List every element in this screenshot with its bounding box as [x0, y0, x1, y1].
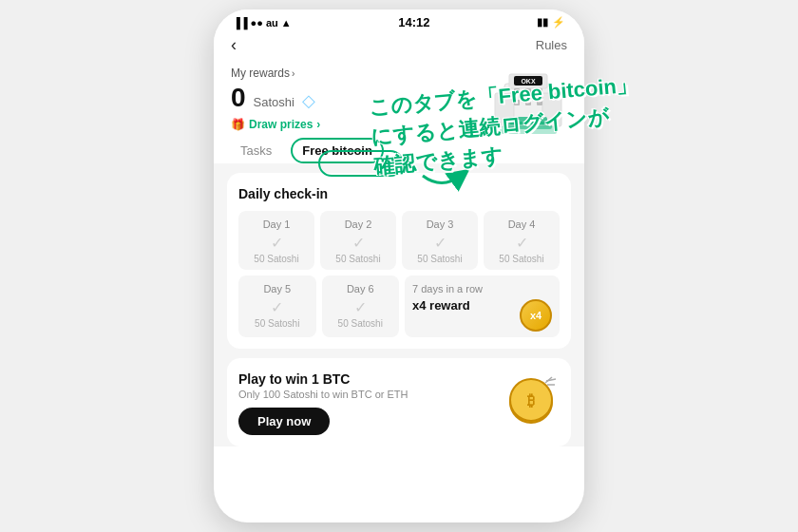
- day-4-label: Day 4: [487, 218, 556, 230]
- battery-icon: ▮▮: [537, 16, 548, 28]
- svg-text:₿: ₿: [527, 392, 535, 408]
- day-1-satoshi: 50 Satoshi: [242, 254, 311, 264]
- satoshi-unit: Satoshi: [254, 95, 294, 109]
- x4-coin-badge: x4: [520, 299, 552, 332]
- play-to-win-title: Play to win 1 BTC: [238, 371, 408, 387]
- day-2-cell: Day 2 ✓ 50 Satoshi: [320, 211, 396, 270]
- battery-area: ▮▮ ⚡: [537, 16, 565, 28]
- day-7-reward-cell: 7 days in a row x4 reward x4: [405, 276, 560, 337]
- main-content: Daily check-in Day 1 ✓ 50 Satoshi Day 2 …: [214, 163, 584, 446]
- my-rewards-arrow: ›: [292, 68, 294, 79]
- play-to-win-info: Play to win 1 BTC Only 100 Satoshi to wi…: [238, 371, 408, 435]
- draw-prizes-link[interactable]: 🎁 Draw prizes ›: [231, 118, 320, 131]
- day-4-cell: Day 4 ✓ 50 Satoshi: [484, 211, 560, 270]
- day-5-satoshi: 50 Satoshi: [242, 318, 313, 329]
- day-6-satoshi: 50 Satoshi: [326, 318, 396, 329]
- play-now-button[interactable]: Play now: [238, 408, 330, 435]
- nav-bar: ‹ Rules: [214, 31, 584, 61]
- play-to-win-subtitle: Only 100 Satoshi to win BTC or ETH: [238, 389, 408, 400]
- signal-icon: ▐▐: [233, 17, 248, 28]
- signal-area: ▐▐ ●● au ▲: [233, 17, 292, 28]
- days-grid-row2: Day 5 ✓ 50 Satoshi Day 6 ✓ 50 Satoshi 7 …: [238, 276, 560, 337]
- day-6-check: ✓: [326, 298, 396, 316]
- day-3-satoshi: 50 Satoshi: [406, 254, 474, 264]
- time-display: 14:12: [398, 15, 429, 29]
- day-2-check: ✓: [324, 234, 392, 252]
- day-1-label: Day 1: [242, 218, 311, 230]
- day-5-check: ✓: [242, 298, 313, 316]
- daily-checkin-title: Daily check-in: [238, 186, 560, 201]
- days-grid-row1: Day 1 ✓ 50 Satoshi Day 2 ✓ 50 Satoshi Da…: [238, 211, 560, 270]
- day-5-label: Day 5: [242, 283, 313, 294]
- day-4-check: ✓: [487, 234, 556, 252]
- day-3-check: ✓: [406, 234, 474, 252]
- day-6-cell: Day 6 ✓ 50 Satoshi: [322, 276, 400, 337]
- day-1-check: ✓: [242, 234, 311, 252]
- day-1-cell: Day 1 ✓ 50 Satoshi: [238, 211, 314, 270]
- wifi-icon: ▲: [281, 17, 292, 28]
- play-to-win-card: Play to win 1 BTC Only 100 Satoshi to wi…: [227, 358, 571, 446]
- day-4-satoshi: 50 Satoshi: [487, 254, 556, 264]
- back-button[interactable]: ‹: [231, 35, 237, 55]
- carrier-label: ●● au: [251, 17, 278, 28]
- daily-checkin-card: Daily check-in Day 1 ✓ 50 Satoshi Day 2 …: [227, 173, 571, 349]
- day-6-label: Day 6: [326, 283, 396, 294]
- svg-line-19: [546, 379, 556, 381]
- reward-x4-label: x4 reward: [412, 298, 470, 313]
- gift-icon: 🎁: [231, 118, 245, 131]
- reward-line1: 7 days in a row: [412, 283, 483, 294]
- tab-free-bitcoin[interactable]: Free bitcoin: [291, 138, 384, 163]
- day-5-cell: Day 5 ✓ 50 Satoshi: [238, 276, 316, 337]
- tab-tasks[interactable]: Tasks: [231, 140, 281, 162]
- my-rewards-label: My rewards: [231, 66, 290, 80]
- coin-illustration: ₿: [503, 371, 560, 437]
- draw-prizes-label: Draw prizes: [249, 118, 313, 131]
- draw-prizes-arrow: ›: [316, 118, 320, 131]
- day-3-label: Day 3: [406, 218, 474, 230]
- satoshi-amount: 0: [231, 82, 246, 114]
- diamond-icon: ◇: [302, 90, 315, 111]
- day-3-cell: Day 3 ✓ 50 Satoshi: [402, 211, 478, 270]
- day-2-satoshi: 50 Satoshi: [324, 254, 392, 264]
- battery-visual: ⚡: [552, 16, 565, 28]
- rules-link[interactable]: Rules: [536, 38, 567, 52]
- status-bar: ▐▐ ●● au ▲ 14:12 ▮▮ ⚡: [214, 10, 584, 31]
- day-2-label: Day 2: [324, 218, 392, 230]
